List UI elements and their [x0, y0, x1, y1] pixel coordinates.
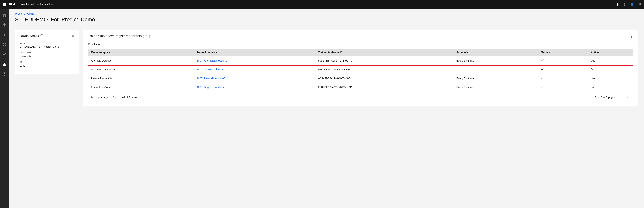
page-header: Predict grouping / ST_EUDEMO_For_Predict…	[9, 9, 644, 26]
cell-metrics[interactable]	[538, 56, 588, 65]
next-page-button[interactable]: ›	[624, 94, 630, 100]
panel-header: Group details ⓘ ✏	[20, 34, 74, 38]
cell-trained-instance-id: 99A9D51A-D50E-4658-8EF...	[315, 65, 454, 74]
cell-trained-instance-id: E38FEE6B-AC64-42D5-BBD...	[315, 83, 454, 92]
cell-active: true	[588, 74, 634, 83]
page-title: ST_EUDEMO_For_Predict_Demo	[15, 17, 638, 23]
cell-active: true	[588, 56, 634, 65]
page-info: 1 of 1 pages	[601, 96, 616, 99]
settings-icon[interactable]: ⚙	[616, 3, 619, 7]
cell-trained-instance[interactable]: 1007_TimeToFailureAss...	[194, 65, 315, 74]
table-header: Model template Trained instance Trained …	[88, 49, 634, 56]
cell-metrics[interactable]	[538, 74, 588, 83]
cell-active: true	[588, 83, 634, 92]
svg-point-5	[4, 63, 5, 64]
metrics-chart-icon[interactable]	[541, 77, 544, 80]
app-name: Health and Predict - Utilities	[21, 3, 54, 6]
name-value: ST_EUDEMO_For_Predict_Demo	[20, 45, 74, 48]
cell-metrics[interactable]	[538, 83, 588, 92]
section-header-row: Trained instances registered for this gr…	[88, 34, 634, 40]
results-count: Results: 4	[88, 43, 634, 46]
cell-model-template: End of Life Curve	[88, 83, 194, 92]
content-area: Group details ⓘ ✏ Name ST_EUDEMO_For_Pre…	[9, 26, 644, 111]
svg-rect-4	[5, 45, 6, 46]
cell-schedule: Every 5 minute...	[454, 56, 538, 65]
top-navigation: ☰ IBM Health and Predict - Utilities ⚙ ?…	[0, 0, 644, 9]
edit-icon[interactable]: ✏	[72, 34, 74, 38]
col-trained-instance: Trained instance	[194, 49, 315, 56]
col-model-template: Model template	[88, 49, 194, 56]
cell-model-template: Anomaly Detection	[88, 56, 194, 65]
cell-schedule: Every 5 minute...	[454, 83, 538, 92]
sidebar-item-chart[interactable]	[0, 50, 9, 59]
grid-icon[interactable]: ⠿	[638, 3, 641, 7]
trained-instance-link[interactable]: 1007_FailurePredictionA...	[196, 77, 228, 80]
cell-trained-instance[interactable]: 1007_DegradationCurve...	[194, 83, 315, 92]
main-content: Predict grouping / ST_EUDEMO_For_Predict…	[9, 9, 644, 208]
trained-instances-table: Model template Trained instance Trained …	[88, 49, 634, 92]
help-icon[interactable]: ?	[624, 3, 626, 7]
id-value: 1007	[20, 64, 74, 67]
cell-trained-instance[interactable]: 1007_FailurePredictionA...	[194, 74, 315, 83]
pagination-controls: 1 1 of 1 pages ‹ ›	[594, 94, 630, 100]
section-title: Trained instances registered for this gr…	[88, 34, 151, 38]
sidebar	[0, 9, 9, 208]
trained-instance-link[interactable]: 1007_TimeToFailureAss...	[196, 68, 227, 71]
svg-point-6	[4, 73, 5, 74]
description-value: Unspecified	[20, 55, 74, 58]
id-label: ID	[20, 61, 74, 63]
table-row: End of Life Curve1007_DegradationCurve..…	[88, 83, 634, 92]
name-label: Name	[20, 42, 74, 44]
table-header-row: Model template Trained instance Trained …	[88, 49, 634, 56]
info-icon[interactable]: ⓘ	[40, 34, 44, 38]
ibm-logo: IBM	[9, 3, 15, 6]
metrics-chart-icon[interactable]	[541, 68, 544, 71]
description-field: Description Unspecified	[20, 51, 74, 58]
cell-trained-instance-id: 6051FEB7-00F5-423B-964...	[315, 56, 454, 65]
cell-schedule	[454, 65, 538, 74]
add-button[interactable]: +	[630, 34, 634, 40]
table-row: Failure Probability1007_FailurePredictio…	[88, 74, 634, 83]
trained-instances-panel: Trained instances registered for this gr…	[84, 30, 638, 106]
col-metrics: Metrics	[538, 49, 588, 56]
group-details-panel: Group details ⓘ ✏ Name ST_EUDEMO_For_Pre…	[15, 30, 79, 74]
name-field: Name ST_EUDEMO_For_Predict_Demo	[20, 42, 74, 48]
col-active: Active	[588, 49, 634, 56]
cell-trained-instance[interactable]: 1007_AnomalyDetection...	[194, 56, 315, 65]
items-per-page: Items per page: 10 20 50	[91, 95, 118, 99]
cell-active: false	[588, 65, 634, 74]
description-label: Description	[20, 51, 74, 54]
id-field: ID 1007	[20, 61, 74, 67]
svg-rect-2	[5, 43, 6, 44]
trained-instance-link[interactable]: 1007_DegradationCurve...	[196, 86, 228, 89]
menu-icon[interactable]: ☰	[3, 3, 6, 7]
page-number-select[interactable]: 1	[594, 95, 600, 99]
sidebar-item-filter[interactable]	[0, 30, 9, 39]
metrics-chart-icon[interactable]	[541, 86, 544, 89]
sidebar-item-location[interactable]	[0, 20, 9, 29]
breadcrumb-link[interactable]: Predict grouping	[15, 12, 34, 15]
cell-metrics[interactable]	[538, 65, 588, 74]
sidebar-item-settings[interactable]	[0, 69, 9, 78]
user-icon[interactable]: 👤	[630, 3, 634, 7]
table-row: Predicted Failure Date1007_TimeToFailure…	[88, 65, 634, 74]
trained-instance-link[interactable]: 1007_AnomalyDetection...	[196, 59, 228, 62]
page-select: 1	[594, 95, 600, 99]
item-range: 1–4 of 4 items	[120, 96, 137, 99]
sidebar-item-person[interactable]	[0, 60, 9, 69]
prev-page-button[interactable]: ‹	[617, 94, 623, 100]
cell-schedule: Every 5 minute...	[454, 74, 538, 83]
breadcrumb-separator: /	[36, 12, 36, 15]
items-per-page-label: Items per page:	[91, 96, 109, 99]
sidebar-item-dashboard[interactable]	[0, 40, 9, 49]
panel-title-row: Group details ⓘ	[20, 34, 44, 38]
table-body: Anomaly Detection1007_AnomalyDetection..…	[88, 56, 634, 92]
col-schedule: Schedule	[454, 49, 538, 56]
table-row: Anomaly Detection1007_AnomalyDetection..…	[88, 56, 634, 65]
metrics-chart-icon[interactable]	[541, 59, 544, 63]
svg-rect-1	[3, 43, 4, 44]
items-per-page-select[interactable]: 10 20 50	[111, 95, 118, 99]
breadcrumb: Predict grouping /	[15, 12, 638, 15]
cell-model-template: Predicted Failure Date	[88, 65, 194, 74]
sidebar-item-home[interactable]	[0, 11, 9, 20]
